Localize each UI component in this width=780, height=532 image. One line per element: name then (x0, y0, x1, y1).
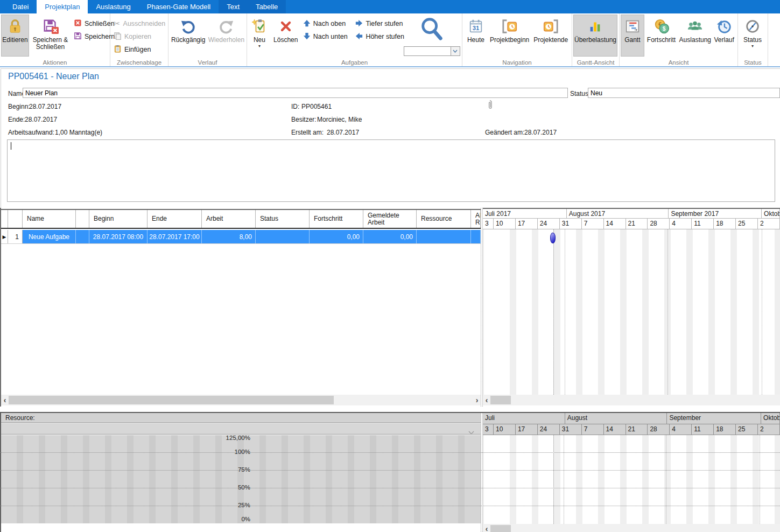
name-input[interactable] (23, 88, 568, 98)
week-2: 2 (758, 424, 780, 435)
projektbeginn-label: Projektbeginn (490, 37, 529, 44)
scroll-left-arrow[interactable]: ‹ (483, 395, 490, 405)
scroll-left-arrow[interactable]: ‹ (483, 524, 490, 532)
column-header-Gemeldete Arbeit[interactable]: Gemeldete Arbeit (363, 210, 417, 228)
loeschen-label: Löschen (273, 37, 298, 44)
ribbon-group-aufgaben: Neu ▾ Löschen Nach oben Nach unten Tiefe… (247, 13, 462, 66)
ribbon-group-gantt-ansicht: Überbelastung Gantt-Ansicht (572, 13, 620, 66)
week-10: 10 (494, 219, 516, 229)
tab-tabelle[interactable]: Tabelle (248, 0, 286, 13)
tiefer-stufen-button[interactable]: Tiefer stufen (353, 17, 403, 30)
column-header-Status[interactable]: Status (256, 210, 310, 228)
scroll-thumb[interactable] (9, 396, 334, 404)
rueckgaengig-button[interactable]: Rückgängig (170, 15, 207, 57)
scale-label-50%: 50% (1, 484, 250, 491)
einfuegen-button[interactable]: Einfügen (111, 43, 166, 56)
search-icon[interactable] (418, 16, 445, 45)
einfuegen-label: Einfügen (124, 46, 151, 53)
nach-unten-button[interactable]: Nach unten (301, 30, 354, 43)
resource-hscrollbar: ‹ (483, 524, 780, 532)
cell-arbeit: 8,00 (202, 230, 256, 243)
wiederholen-button[interactable]: Wiederholen (207, 15, 245, 57)
task-milestone[interactable] (550, 233, 556, 243)
tab-datei[interactable]: Datei (4, 0, 37, 13)
week-10: 10 (494, 424, 516, 435)
scale-label-100%: 100% (1, 449, 250, 455)
fortschritt-button[interactable]: €$ Fortschritt (644, 15, 679, 57)
resource-week-header: 310172431714212841118252 (483, 424, 780, 435)
column-header-blank[interactable] (8, 210, 23, 228)
week-17: 17 (516, 424, 538, 435)
tab-phasen-gate-modell[interactable]: Phasen-Gate Modell (139, 0, 219, 13)
gantt-icon (624, 17, 641, 36)
description-textarea[interactable] (7, 139, 775, 202)
neu-dropdown-arrow[interactable]: ▾ (258, 44, 261, 48)
task-table-row[interactable]: ▶1Neue Aufgabe28.07.2017 08:0028.07.2017… (1, 230, 481, 244)
hoeher-stufen-button[interactable]: Höher stufen (353, 30, 403, 43)
cell-fortschritt: 0,00 (310, 230, 363, 243)
status-button[interactable]: Status ▾ (739, 15, 766, 57)
resource-combobox[interactable] (1, 424, 481, 435)
paste-icon (114, 45, 122, 54)
scroll-right-arrow[interactable]: › (473, 395, 481, 405)
speichern-button[interactable]: Speichern (72, 30, 109, 43)
column-header-Alle Re[interactable]: Alle Re (471, 210, 481, 228)
week-31: 31 (560, 219, 582, 229)
task-search-input[interactable] (404, 46, 451, 56)
kopieren-button[interactable]: Kopieren (111, 30, 166, 43)
ueberbelastung-button[interactable]: Überbelastung (573, 15, 617, 57)
gantt-button[interactable]: Gantt (621, 15, 644, 57)
neu-button[interactable]: Neu ▾ (248, 15, 271, 57)
scroll-thumb[interactable] (490, 396, 511, 404)
task-table-header: NameBeginnEndeArbeitStatusFortschrittGem… (1, 209, 481, 229)
status-dropdown-arrow[interactable]: ▾ (751, 44, 754, 48)
resource-histogram-area: Resource: 125,00%100%75%50%25%0% JuliAug… (0, 412, 780, 532)
column-header-blank[interactable] (1, 210, 8, 228)
ribbon: Editieren Speichern & Schließen Schließe… (0, 13, 780, 67)
cell-ressource (417, 230, 471, 243)
column-header-Ressource[interactable]: Ressource (417, 210, 471, 228)
editieren-button[interactable]: Editieren (1, 15, 29, 57)
status-input[interactable] (588, 88, 780, 98)
projektende-button[interactable]: Projektende (531, 15, 571, 57)
speichern-schliessen-button[interactable]: Speichern & Schließen (29, 15, 72, 57)
column-header-Name[interactable]: Name (23, 210, 76, 228)
auslastung-button[interactable]: Auslastung (678, 15, 712, 57)
loeschen-button[interactable]: Löschen (271, 15, 301, 57)
column-header-Ende[interactable]: Ende (147, 210, 202, 228)
week-28: 28 (648, 424, 670, 435)
nach-oben-button[interactable]: Nach oben (301, 17, 354, 30)
heute-button[interactable]: 31 Heute (463, 15, 488, 57)
projektbeginn-button[interactable]: Projektbeginn (488, 15, 531, 57)
scroll-left-arrow[interactable]: ‹ (1, 395, 9, 405)
paperclip-icon[interactable] (487, 100, 493, 113)
column-header-Arbeit[interactable]: Arbeit (202, 210, 256, 228)
tab-auslastung[interactable]: Auslastung (88, 0, 138, 13)
month-line-august (564, 435, 564, 524)
tab-projektplan[interactable]: Projektplan (37, 0, 88, 13)
arrow-up-icon (303, 19, 311, 29)
resource-header: Resource: (1, 413, 481, 423)
scale-label-25%: 25% (1, 502, 250, 508)
search-dropdown-button[interactable] (451, 46, 460, 56)
month-line-september (667, 229, 668, 396)
indent-right-icon (355, 19, 363, 29)
verlauf-view-button[interactable]: Verlauf (712, 15, 736, 57)
tab-text[interactable]: Text (219, 0, 248, 13)
column-header-Beginn[interactable]: Beginn (89, 210, 147, 228)
tiefer-stufen-label: Tiefer stufen (366, 20, 403, 27)
auslastung-label: Auslastung (679, 37, 711, 44)
besitzer-label: Besitzer: (291, 116, 317, 123)
scroll-thumb[interactable] (490, 525, 511, 532)
schliessen-button[interactable]: Schließen (72, 17, 109, 30)
scale-label-0%: 0% (1, 516, 250, 522)
ausschneiden-button[interactable]: ✂ Ausschneiden (111, 17, 166, 30)
progress-coins-icon: €$ (653, 17, 670, 36)
week-11: 11 (692, 219, 714, 229)
task-gantt-area: NameBeginnEndeArbeitStatusFortschrittGem… (0, 208, 780, 407)
indent-left-icon (355, 32, 363, 41)
week-7: 7 (582, 424, 604, 435)
column-header-blank[interactable] (76, 210, 89, 228)
column-header-Fortschritt[interactable]: Fortschritt (310, 210, 363, 228)
week-18: 18 (714, 219, 736, 229)
